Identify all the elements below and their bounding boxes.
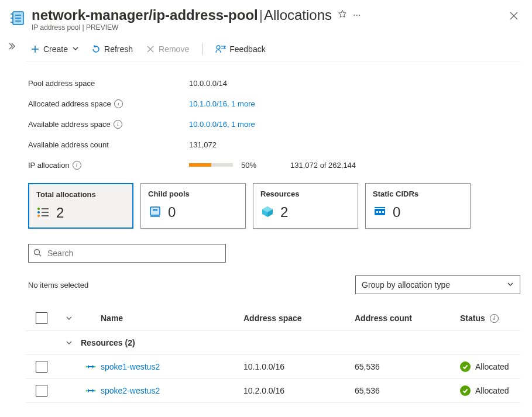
allocation-ratio: 131,072 of 262,144 xyxy=(290,161,356,170)
col-header-address-space[interactable]: Address space xyxy=(243,313,355,323)
svg-point-31 xyxy=(94,366,95,367)
card-static-cidrs[interactable]: Static CIDRs 0 xyxy=(365,183,471,229)
label-pool-address-space: Pool address space xyxy=(28,79,189,88)
card-resources[interactable]: Resources 2 xyxy=(253,183,358,229)
search-icon xyxy=(33,249,42,259)
label-available-count: Available address count xyxy=(28,140,189,149)
collapse-group-toggle[interactable] xyxy=(57,339,81,346)
search-input[interactable] xyxy=(46,248,221,259)
expand-all-toggle[interactable] xyxy=(57,315,81,322)
row-address-space: 10.1.0.0/16 xyxy=(243,362,355,371)
svg-point-28 xyxy=(35,249,40,254)
expand-nav-icon[interactable] xyxy=(9,43,17,52)
more-actions-icon[interactable]: ··· xyxy=(353,10,361,20)
row-name-link[interactable]: spoke2-westus2 xyxy=(101,386,243,395)
col-header-address-count[interactable]: Address count xyxy=(355,313,460,323)
selection-summary: No items selected xyxy=(28,281,88,290)
svg-point-32 xyxy=(85,390,87,391)
label-allocated-space: Allocated address space i xyxy=(28,99,189,108)
card-total-allocations[interactable]: Total allocations 2 xyxy=(28,183,133,229)
table-row: spoke2-westus2 10.2.0.0/16 65,536 Alloca… xyxy=(26,379,520,403)
feedback-button[interactable]: Feedback xyxy=(211,40,270,58)
status-success-icon xyxy=(460,385,471,396)
value-available-count: 131,072 xyxy=(189,140,217,149)
info-icon[interactable]: i xyxy=(114,99,123,108)
resource-type-icon xyxy=(11,11,26,27)
row-status-text: Allocated xyxy=(475,362,509,371)
svg-rect-22 xyxy=(153,209,157,211)
refresh-button[interactable]: Refresh xyxy=(87,40,138,58)
child-pool-icon xyxy=(148,205,162,220)
svg-point-14 xyxy=(37,208,40,210)
row-checkbox[interactable] xyxy=(36,361,47,373)
remove-button: Remove xyxy=(141,40,194,58)
search-box[interactable] xyxy=(28,244,226,263)
row-checkbox[interactable] xyxy=(36,385,47,397)
svg-point-18 xyxy=(37,215,40,217)
cidr-icon xyxy=(373,205,387,220)
info-icon[interactable]: i xyxy=(73,161,81,170)
table-row: spoke1-westus2 10.1.0.0/16 65,536 Alloca… xyxy=(26,355,520,379)
value-allocated-space[interactable]: 10.1.0.0/16, 1 more xyxy=(189,99,255,108)
col-header-name[interactable]: Name xyxy=(101,313,243,323)
row-name-link[interactable]: spoke1-westus2 xyxy=(101,362,243,371)
label-available-space: Available address space i xyxy=(28,120,189,129)
essentials-panel: Pool address space 10.0.0.0/14 Allocated… xyxy=(26,74,520,174)
close-blade-button[interactable] xyxy=(510,12,518,22)
svg-rect-24 xyxy=(376,211,378,213)
info-icon[interactable]: i xyxy=(490,314,499,323)
svg-rect-20 xyxy=(150,207,160,215)
chevron-down-icon xyxy=(73,46,78,53)
toolbar-separator xyxy=(202,43,202,55)
row-address-count: 65,536 xyxy=(355,386,460,395)
value-pool-address-space: 10.0.0.0/14 xyxy=(189,79,227,88)
value-available-space[interactable]: 10.0.0.0/16, 1 more xyxy=(189,120,255,129)
row-address-count: 65,536 xyxy=(355,362,460,371)
page-title: network-manager/ip-address-pool|Allocati… xyxy=(32,7,332,23)
pin-favorite-icon[interactable] xyxy=(338,9,347,21)
select-all-checkbox[interactable] xyxy=(36,312,47,324)
label-ip-allocation: IP allocation i xyxy=(28,161,189,170)
blade-header: network-manager/ip-address-pool|Allocati… xyxy=(0,0,532,34)
list-icon xyxy=(36,205,50,221)
chevron-down-icon xyxy=(507,280,514,290)
allocation-progress-bar xyxy=(189,163,233,167)
group-by-dropdown[interactable]: Group by allocation type xyxy=(355,275,520,294)
summary-cards: Total allocations 2 Child pools 0 xyxy=(26,183,520,229)
row-status-text: Allocated xyxy=(475,386,509,395)
svg-point-33 xyxy=(94,390,95,391)
page-subtitle: IP address pool | PREVIEW xyxy=(32,23,523,32)
col-header-status[interactable]: Status i xyxy=(460,313,520,323)
svg-point-13 xyxy=(217,46,220,49)
create-button[interactable]: Create xyxy=(26,40,83,58)
resource-cube-icon xyxy=(260,205,274,220)
svg-line-29 xyxy=(39,254,42,256)
svg-point-16 xyxy=(37,211,40,213)
status-success-icon xyxy=(460,361,471,372)
allocation-percent: 50% xyxy=(241,161,256,170)
group-row-resources[interactable]: Resources (2) xyxy=(26,331,520,355)
svg-point-30 xyxy=(85,366,87,367)
allocations-table: Name Address space Address count Status … xyxy=(26,306,520,403)
vnet-icon xyxy=(81,361,101,372)
svg-rect-26 xyxy=(382,211,384,213)
card-child-pools[interactable]: Child pools 0 xyxy=(140,183,246,229)
info-icon[interactable]: i xyxy=(114,120,122,129)
command-bar: Create Refresh Remove Feedback xyxy=(26,37,520,61)
vnet-icon xyxy=(81,385,101,396)
table-header: Name Address space Address count Status … xyxy=(26,306,520,331)
row-address-space: 10.2.0.0/16 xyxy=(243,386,355,395)
svg-rect-25 xyxy=(379,211,381,213)
